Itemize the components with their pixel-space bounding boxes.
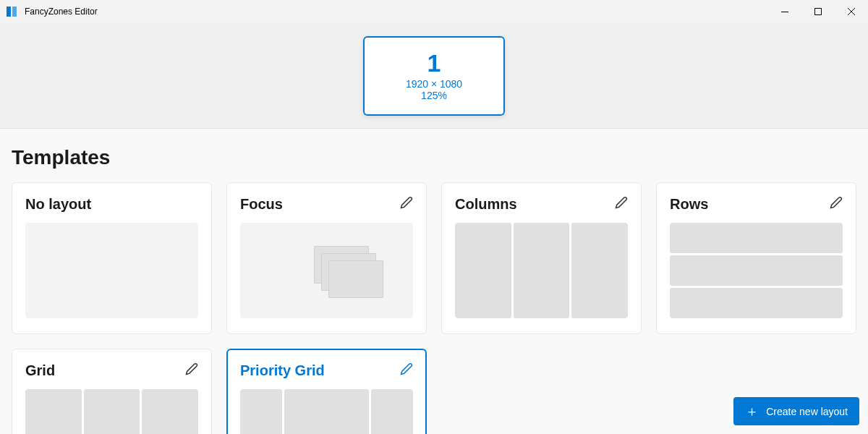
monitor-card[interactable]: 1 1920 × 1080 125% bbox=[363, 36, 505, 116]
pencil-icon[interactable] bbox=[185, 362, 198, 378]
template-card-rows[interactable]: Rows bbox=[656, 182, 856, 334]
monitor-scale: 125% bbox=[421, 90, 447, 101]
minimize-button[interactable] bbox=[768, 0, 801, 23]
card-title: Rows bbox=[670, 196, 708, 213]
title-bar: FancyZones Editor bbox=[0, 0, 868, 23]
card-header: Focus bbox=[240, 196, 413, 213]
pencil-icon[interactable] bbox=[400, 362, 413, 378]
preview-grid bbox=[25, 389, 198, 434]
template-card-grid[interactable]: Grid bbox=[12, 349, 212, 434]
preview-focus bbox=[240, 223, 413, 318]
close-button[interactable] bbox=[835, 0, 868, 23]
pencil-icon[interactable] bbox=[830, 196, 843, 212]
svg-rect-3 bbox=[815, 9, 822, 15]
preview-priority-grid bbox=[240, 389, 413, 434]
window-title: FancyZones Editor bbox=[25, 7, 98, 17]
monitor-resolution: 1920 × 1080 bbox=[406, 78, 462, 90]
monitor-section: 1 1920 × 1080 125% bbox=[0, 23, 868, 129]
card-header: No layout bbox=[25, 196, 198, 213]
template-card-focus[interactable]: Focus bbox=[226, 182, 427, 334]
templates-grid: No layout Focus Columns bbox=[12, 182, 856, 434]
maximize-button[interactable] bbox=[801, 0, 835, 23]
template-card-priority-grid[interactable]: Priority Grid bbox=[226, 349, 427, 434]
card-title: Focus bbox=[240, 196, 283, 213]
preview-no-layout bbox=[25, 223, 198, 318]
templates-section: Templates No layout Focus bbox=[0, 129, 868, 434]
preview-rows bbox=[670, 223, 843, 318]
create-button-label: Create new layout bbox=[766, 406, 848, 417]
template-card-no-layout[interactable]: No layout bbox=[12, 182, 212, 334]
preview-columns bbox=[455, 223, 628, 318]
template-card-columns[interactable]: Columns bbox=[441, 182, 642, 334]
card-header: Priority Grid bbox=[240, 362, 413, 379]
monitor-number: 1 bbox=[427, 50, 441, 77]
create-new-layout-button[interactable]: ＋ Create new layout bbox=[733, 397, 859, 425]
app-icon bbox=[6, 6, 17, 17]
card-title: Columns bbox=[455, 196, 517, 213]
section-title: Templates bbox=[12, 146, 856, 169]
pencil-icon[interactable] bbox=[400, 196, 413, 212]
card-header: Columns bbox=[455, 196, 628, 213]
card-header: Grid bbox=[25, 362, 198, 379]
pencil-icon[interactable] bbox=[615, 196, 628, 212]
plus-icon: ＋ bbox=[745, 404, 759, 418]
card-title: No layout bbox=[25, 196, 91, 213]
card-title: Grid bbox=[25, 362, 55, 379]
card-header: Rows bbox=[670, 196, 843, 213]
svg-rect-2 bbox=[781, 12, 788, 12]
svg-rect-0 bbox=[7, 7, 11, 17]
window-controls bbox=[768, 0, 868, 23]
svg-rect-1 bbox=[12, 7, 17, 17]
card-title: Priority Grid bbox=[240, 362, 325, 379]
